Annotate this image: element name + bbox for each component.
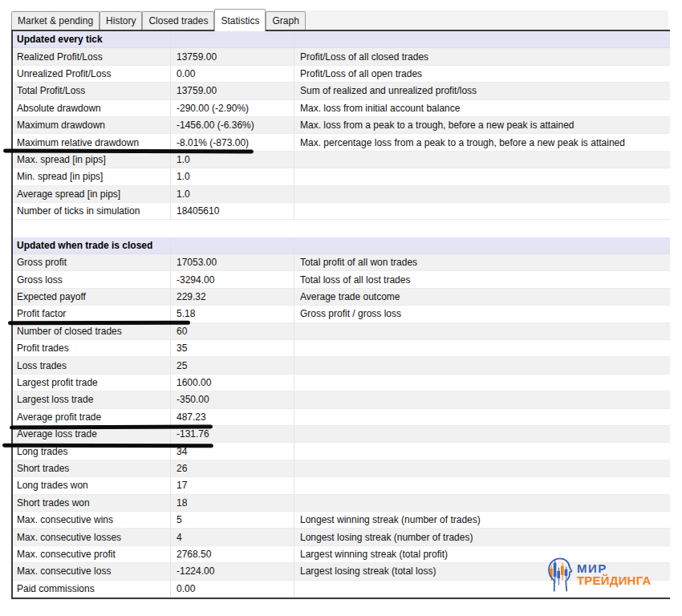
stat-label: Number of closed trades — [13, 323, 171, 339]
stat-value: 1600.00 — [171, 375, 294, 391]
stat-value: 17053.00 — [171, 254, 294, 270]
stat-label: Largest profit trade — [13, 375, 171, 391]
stat-row: Short trades won18 — [13, 495, 670, 512]
stat-description: Longest losing streak (number of trades) — [294, 529, 670, 545]
stat-value: 35 — [171, 340, 294, 356]
stat-description: Sum of realized and unrealized profit/lo… — [294, 83, 670, 99]
stat-label: Max. spread [in pips] — [13, 152, 171, 168]
section-header-label: Updated every tick — [13, 31, 171, 47]
stat-description — [294, 323, 670, 339]
stat-row: Max. consecutive losses4Longest losing s… — [13, 529, 670, 545]
stat-value: 1.0 — [171, 186, 294, 202]
stat-row: Unrealized Profit/Loss0.00Profit/Loss of… — [13, 66, 670, 83]
stat-label: Profit trades — [13, 340, 171, 356]
section-header-spacer — [171, 237, 294, 253]
section-header-label: Updated when trade is closed — [13, 237, 171, 253]
stat-label: Absolute drawdown — [13, 100, 171, 116]
stat-value: -350.00 — [171, 391, 294, 407]
stat-label: Maximum drawdown — [13, 117, 171, 133]
stat-description: Longest winning streak (number of trades… — [294, 512, 670, 528]
stat-label: Profit factor — [13, 306, 171, 322]
section-header-row: Updated when trade is closed — [13, 237, 670, 254]
stat-row: Maximum drawdown-1456.00 (-6.36%)Max. lo… — [13, 117, 670, 134]
stat-description — [294, 409, 670, 425]
stat-description: Total loss of all lost trades — [294, 271, 670, 287]
stat-label: Average spread [in pips] — [13, 186, 171, 202]
stat-description — [294, 340, 670, 356]
stat-label: Gross loss — [13, 271, 171, 287]
stat-value: 60 — [171, 323, 294, 339]
stat-row: Long trades won17 — [13, 477, 670, 494]
stat-label: Gross profit — [13, 254, 171, 270]
section-header-row: Updated every tick — [13, 31, 670, 48]
stat-description — [294, 426, 670, 442]
tab-statistics[interactable]: Statistics — [214, 9, 266, 31]
stat-value: 25 — [171, 357, 294, 373]
stat-label: Realized Profit/Loss — [13, 48, 171, 64]
stat-value: 5 — [171, 512, 294, 528]
tab-history[interactable]: History — [99, 11, 142, 30]
tab-closed-trades[interactable]: Closed trades — [142, 11, 214, 30]
stat-row: Min. spread [in pips]1.0 — [13, 168, 670, 185]
annotation-underline-max-relative-drawdown — [3, 149, 254, 154]
stat-value: -290.00 (-2.90%) — [171, 100, 294, 116]
stat-row: Realized Profit/Loss13759.00Profit/Loss … — [13, 48, 670, 65]
logo-text: МИР ТРЕЙДИНГА — [577, 563, 651, 586]
stat-row: Gross profit17053.00Total profit of all … — [13, 254, 670, 271]
stat-description: Gross profit / gross loss — [294, 306, 670, 322]
tab-list: Market & pendingHistoryClosed tradesStat… — [11, 9, 306, 31]
stat-value: 13759.00 — [171, 48, 294, 64]
stat-row: Average profit trade487.23 — [13, 409, 670, 426]
stat-row: Total Profit/Loss13759.00Sum of realized… — [13, 83, 670, 99]
stat-value: 17 — [171, 477, 294, 493]
logo-text-line1: МИР — [577, 563, 651, 574]
stat-row: Max. consecutive wins5Longest winning st… — [13, 512, 670, 529]
stat-row: Expected payoff229.32Average trade outco… — [13, 289, 670, 306]
stat-row: Profit trades35 — [13, 340, 670, 357]
stat-description: Max. loss from a peak to a trough, befor… — [294, 117, 670, 133]
stat-label: Largest loss trade — [13, 391, 171, 407]
stat-value: -3294.00 — [171, 271, 294, 287]
stat-row: Average spread [in pips]1.0 — [13, 186, 670, 203]
stat-description: Max. loss from initial account balance — [294, 100, 670, 116]
stat-label: Long trades won — [13, 477, 171, 493]
logo-text-line2: ТРЕЙДИНГА — [577, 574, 651, 586]
tab-market-pending[interactable]: Market & pending — [11, 11, 99, 30]
stat-value: 487.23 — [171, 409, 294, 425]
stat-label: Number of ticks in simulation — [13, 203, 171, 219]
stat-value: 5.18 — [171, 306, 294, 322]
stat-value: 2768.50 — [171, 546, 294, 562]
stat-row: Short trades26 — [13, 460, 670, 477]
stat-label: Max. consecutive loss — [13, 563, 171, 579]
stat-description: Profit/Loss of all open trades — [294, 66, 670, 82]
stat-description — [294, 443, 670, 459]
stat-description — [294, 357, 670, 373]
stat-row: Largest profit trade1600.00 — [13, 375, 670, 391]
mir-trading-logo: МИР ТРЕЙДИНГА — [547, 557, 651, 593]
stat-row: Gross loss-3294.00Total loss of all lost… — [13, 271, 670, 288]
mir-trading-logo-icon — [547, 557, 573, 593]
tab-graph[interactable]: Graph — [266, 11, 305, 30]
stat-label: Max. consecutive losses — [13, 529, 171, 545]
stat-value: 18405610 — [171, 203, 294, 219]
stat-value: 4 — [171, 529, 294, 545]
tab-bar: Market & pendingHistoryClosed tradesStat… — [11, 10, 668, 30]
stat-value: 26 — [171, 460, 294, 476]
stat-description — [294, 460, 670, 476]
stat-description — [294, 203, 670, 219]
stat-label: Paid commissions — [13, 581, 171, 597]
stat-label: Average profit trade — [13, 409, 171, 425]
stat-description — [294, 495, 670, 511]
stat-value: 0.00 — [171, 581, 294, 597]
stat-row: Number of ticks in simulation18405610 — [13, 203, 670, 220]
stat-value: -8.01% (-873.00) — [171, 134, 294, 150]
stat-description: Average trade outcome — [294, 289, 670, 305]
stat-label: Short trades — [13, 460, 171, 476]
stat-value: 0.00 — [171, 66, 294, 82]
stat-value: 1.0 — [171, 152, 294, 168]
stat-label: Total Profit/Loss — [13, 83, 171, 99]
stat-label: Short trades won — [13, 495, 171, 511]
stat-label: Unrealized Profit/Loss — [13, 66, 171, 82]
stat-description — [294, 168, 670, 184]
stat-row: Largest loss trade-350.00 — [13, 391, 670, 408]
